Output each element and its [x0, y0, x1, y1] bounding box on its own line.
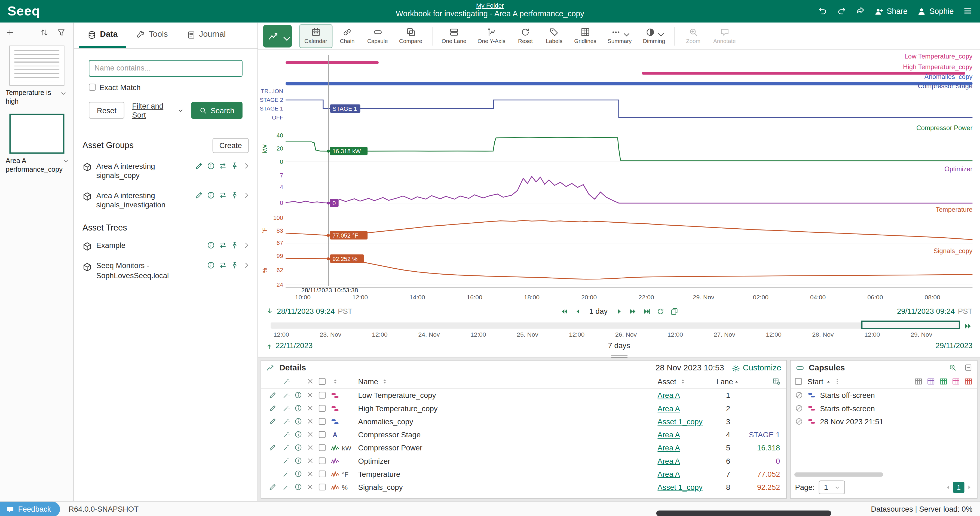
toolbar-chain-button[interactable]: Chain: [334, 24, 361, 48]
asset-name[interactable]: Area A interesting signals_investigation: [96, 191, 193, 211]
row-checkbox[interactable]: [318, 484, 325, 491]
info-icon[interactable]: [205, 162, 217, 170]
toolbar-reset-button[interactable]: Reset: [512, 24, 539, 48]
redo-icon[interactable]: [837, 6, 846, 16]
range-duration[interactable]: 1 day: [589, 307, 608, 316]
asset-link[interactable]: Area A: [657, 430, 680, 439]
condition-label[interactable]: Low Temperature_copy: [904, 52, 972, 60]
edit-formula-icon[interactable]: [269, 391, 277, 399]
row-checkbox[interactable]: [318, 457, 325, 464]
swap-asset-icon[interactable]: [217, 191, 229, 199]
remove-icon[interactable]: [306, 405, 314, 412]
asset-name[interactable]: Seeq Monitors - SophLovesSeeq.local: [96, 261, 193, 281]
tab-journal[interactable]: Journal: [178, 22, 234, 48]
asset-list-item[interactable]: Area A interesting signals_copy: [74, 157, 258, 186]
details-row[interactable]: Low Temperature_copyArea A1: [261, 389, 786, 402]
overview-end-date[interactable]: 29/11/2023: [935, 341, 973, 350]
select-all-capsules-checkbox[interactable]: [795, 378, 802, 385]
no-zoom-icon[interactable]: [795, 391, 807, 399]
toolbar-one-y-axis-button[interactable]: One Y-Axis: [473, 24, 511, 48]
remove-icon[interactable]: [306, 483, 314, 491]
stat-column-icon[interactable]: [952, 378, 960, 386]
asset-link[interactable]: Area A: [657, 391, 680, 400]
column-header-lane[interactable]: Lane: [715, 377, 741, 386]
column-header-asset[interactable]: Asset: [657, 377, 715, 386]
swap-asset-icon[interactable]: [217, 261, 229, 270]
swap-asset-icon[interactable]: [217, 162, 229, 170]
details-row[interactable]: Anomalies_copyAsset 1_copy3: [261, 415, 786, 428]
capsule-row[interactable]: Starts off-screen: [791, 389, 977, 402]
asset-link[interactable]: Area A: [657, 470, 680, 478]
details-row[interactable]: ACompressor StageArea A4STAGE 1: [261, 428, 786, 441]
info-icon[interactable]: [205, 241, 217, 249]
stat-column-icon[interactable]: [964, 378, 973, 386]
toolbar-dimming-button[interactable]: Dimming: [638, 24, 670, 48]
toolbar-gridlines-button[interactable]: Gridlines: [569, 24, 601, 48]
row-checkbox[interactable]: [318, 470, 325, 477]
breadcrumb[interactable]: My Folder: [396, 2, 584, 9]
row-checkbox[interactable]: [318, 392, 325, 399]
server-status[interactable]: Datasources | Server load: 0%: [871, 505, 980, 513]
toolbar-calendar-button[interactable]: Calendar: [299, 24, 332, 48]
stat-column-icon[interactable]: [939, 378, 948, 386]
chevron-right-icon[interactable]: [241, 241, 253, 249]
user-menu[interactable]: Sophie: [917, 6, 954, 16]
details-row[interactable]: OptimizerArea A60: [261, 454, 786, 467]
signal-name[interactable]: Temperature: [358, 470, 658, 478]
remove-icon[interactable]: [306, 431, 314, 439]
row-checkbox[interactable]: [318, 445, 325, 451]
asset-list-item[interactable]: Area A interesting signals_investigation: [74, 186, 258, 216]
info-icon[interactable]: [294, 405, 302, 412]
toolbar-zoom-button[interactable]: Zoom: [679, 24, 707, 48]
asset-name[interactable]: Example: [96, 241, 193, 251]
overview-track[interactable]: [270, 322, 960, 329]
chevron-down-icon[interactable]: [63, 156, 69, 174]
capsule-bar[interactable]: [286, 61, 379, 64]
step-to-end-icon[interactable]: [643, 307, 651, 315]
tab-tools[interactable]: Tools: [128, 22, 177, 48]
new-worksheet-button[interactable]: [6, 27, 16, 38]
capsule-bar[interactable]: [642, 72, 965, 75]
asset-link[interactable]: Asset 1_copy: [657, 483, 702, 492]
feedback-button[interactable]: Feedback: [0, 501, 60, 516]
details-row[interactable]: High Temperature_copyArea A2: [261, 402, 786, 415]
toolbar-one-lane-button[interactable]: One Lane: [437, 24, 471, 48]
collapse-panel-icon[interactable]: [964, 364, 972, 372]
stat-column-icon[interactable]: [927, 378, 935, 386]
select-all-checkbox[interactable]: [318, 378, 325, 385]
edit-formula-icon[interactable]: [269, 418, 277, 426]
wand-icon[interactable]: [282, 444, 290, 452]
chevron-right-icon[interactable]: [241, 162, 253, 170]
info-icon[interactable]: [294, 391, 302, 399]
reset-button[interactable]: Reset: [89, 102, 125, 119]
customize-button[interactable]: Customize: [732, 363, 781, 373]
asset-name[interactable]: Area A interesting signals_copy: [96, 162, 193, 181]
wand-icon[interactable]: [282, 431, 290, 439]
wand-icon[interactable]: [282, 483, 290, 491]
tab-data[interactable]: Data: [79, 22, 126, 48]
info-icon[interactable]: [294, 444, 302, 452]
view-selector-button[interactable]: [263, 25, 292, 48]
jump-to-start-icon[interactable]: [266, 307, 274, 315]
capsule-row[interactable]: 28 Nov 2023 21:51: [791, 415, 977, 428]
remove-icon[interactable]: [306, 457, 314, 465]
trend-chart[interactable]: Low Temperature_copyHigh Temperature_cop…: [258, 50, 980, 303]
auto-update-icon[interactable]: [656, 307, 665, 315]
signal-name[interactable]: Signals_copy: [358, 483, 658, 492]
details-row[interactable]: °FTemperatureArea A777.052: [261, 467, 786, 480]
search-button[interactable]: Search: [191, 102, 242, 119]
edit-formula-icon[interactable]: [269, 483, 277, 491]
worksheet-thumbnail[interactable]: Temperature is high: [6, 46, 67, 106]
panel-resize-handle[interactable]: [611, 355, 627, 359]
asset-list-item[interactable]: Example: [74, 236, 258, 256]
chevron-right-icon[interactable]: [241, 261, 253, 270]
overview-duration[interactable]: 7 days: [608, 341, 630, 350]
worksheet-preview[interactable]: [9, 113, 64, 154]
toolbar-labels-button[interactable]: Labels: [540, 24, 568, 48]
info-icon[interactable]: [294, 470, 302, 478]
edit-pencil-icon[interactable]: [193, 191, 205, 199]
sort-type-icon[interactable]: [332, 378, 338, 385]
no-zoom-icon[interactable]: [795, 418, 807, 426]
info-icon[interactable]: [294, 431, 302, 439]
reorder-worksheets-icon[interactable]: [40, 27, 51, 38]
